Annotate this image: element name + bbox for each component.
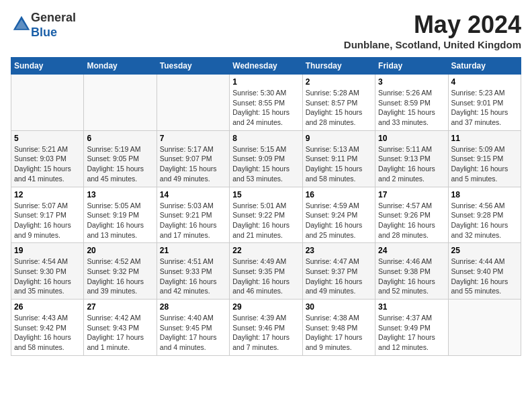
calendar-cell: 19Sunrise: 4:54 AMSunset: 9:30 PMDayligh… xyxy=(11,243,84,300)
location-title: Dunblane, Scotland, United Kingdom xyxy=(344,39,521,50)
calendar-cell: 17Sunrise: 4:57 AMSunset: 9:26 PMDayligh… xyxy=(375,187,448,243)
day-info: Sunrise: 5:28 AMSunset: 8:57 PMDaylight:… xyxy=(306,88,372,128)
day-info: Sunrise: 5:09 AMSunset: 9:15 PMDaylight:… xyxy=(451,144,518,184)
day-info: Sunrise: 5:15 AMSunset: 9:09 PMDaylight:… xyxy=(232,144,299,184)
calendar-week-row: 12Sunrise: 5:07 AMSunset: 9:17 PMDayligh… xyxy=(11,187,521,243)
calendar-cell: 9Sunrise: 5:13 AMSunset: 9:11 PMDaylight… xyxy=(302,130,375,187)
day-number: 1 xyxy=(232,77,299,87)
calendar-cell xyxy=(11,75,84,131)
day-number: 31 xyxy=(378,302,445,312)
day-info: Sunrise: 5:07 AMSunset: 9:17 PMDaylight:… xyxy=(14,201,81,240)
calendar-week-row: 1Sunrise: 5:30 AMSunset: 8:55 PMDaylight… xyxy=(11,75,521,131)
weekday-header-row: SundayMondayTuesdayWednesdayThursdayFrid… xyxy=(11,58,521,75)
day-number: 15 xyxy=(232,190,299,199)
weekday-header-cell: Wednesday xyxy=(230,58,302,75)
day-info: Sunrise: 5:23 AMSunset: 9:01 PMDaylight:… xyxy=(451,88,518,128)
day-info: Sunrise: 5:19 AMSunset: 9:05 PMDaylight:… xyxy=(87,144,153,184)
calendar-cell: 3Sunrise: 5:26 AMSunset: 8:59 PMDaylight… xyxy=(375,75,448,131)
day-info: Sunrise: 5:03 AMSunset: 9:21 PMDaylight:… xyxy=(160,201,226,240)
day-info: Sunrise: 4:52 AMSunset: 9:32 PMDaylight:… xyxy=(87,257,153,296)
day-number: 21 xyxy=(160,246,226,255)
day-number: 17 xyxy=(378,190,445,199)
day-number: 12 xyxy=(14,190,81,199)
calendar-cell: 10Sunrise: 5:11 AMSunset: 9:13 PMDayligh… xyxy=(375,130,448,187)
calendar-cell: 28Sunrise: 4:40 AMSunset: 9:45 PMDayligh… xyxy=(157,300,229,356)
day-info: Sunrise: 4:49 AMSunset: 9:35 PMDaylight:… xyxy=(232,257,299,296)
day-info: Sunrise: 4:46 AMSunset: 9:38 PMDaylight:… xyxy=(378,257,445,296)
logo-icon xyxy=(12,15,31,34)
day-number: 26 xyxy=(14,302,81,312)
calendar-cell xyxy=(157,75,229,131)
day-number: 7 xyxy=(160,134,226,143)
day-info: Sunrise: 5:13 AMSunset: 9:11 PMDaylight:… xyxy=(306,144,372,184)
logo-blue: Blue xyxy=(31,26,57,39)
day-info: Sunrise: 4:57 AMSunset: 9:26 PMDaylight:… xyxy=(378,201,445,240)
calendar-cell: 7Sunrise: 5:17 AMSunset: 9:07 PMDaylight… xyxy=(157,130,229,187)
month-title: May 2024 xyxy=(344,11,521,39)
day-number: 24 xyxy=(378,246,445,255)
day-info: Sunrise: 4:43 AMSunset: 9:42 PMDaylight:… xyxy=(14,313,81,353)
calendar-cell xyxy=(448,300,521,356)
day-info: Sunrise: 4:51 AMSunset: 9:33 PMDaylight:… xyxy=(160,257,226,296)
day-info: Sunrise: 4:40 AMSunset: 9:45 PMDaylight:… xyxy=(160,313,226,353)
day-info: Sunrise: 5:21 AMSunset: 9:03 PMDaylight:… xyxy=(14,144,81,184)
day-number: 22 xyxy=(232,246,299,255)
page-header: General Blue May 2024 Dunblane, Scotland… xyxy=(11,11,521,50)
calendar-cell: 8Sunrise: 5:15 AMSunset: 9:09 PMDaylight… xyxy=(230,130,302,187)
weekday-header-cell: Friday xyxy=(375,58,448,75)
weekday-header-cell: Saturday xyxy=(448,58,521,75)
day-number: 9 xyxy=(306,134,372,143)
day-number: 20 xyxy=(87,246,153,255)
calendar-cell: 12Sunrise: 5:07 AMSunset: 9:17 PMDayligh… xyxy=(11,187,84,243)
day-number: 27 xyxy=(87,302,153,312)
day-number: 6 xyxy=(87,134,153,143)
calendar-week-row: 26Sunrise: 4:43 AMSunset: 9:42 PMDayligh… xyxy=(11,300,521,356)
day-info: Sunrise: 5:11 AMSunset: 9:13 PMDaylight:… xyxy=(378,144,445,184)
day-number: 3 xyxy=(378,77,445,87)
day-number: 14 xyxy=(160,190,226,199)
calendar-cell: 4Sunrise: 5:23 AMSunset: 9:01 PMDaylight… xyxy=(448,75,521,131)
day-info: Sunrise: 5:17 AMSunset: 9:07 PMDaylight:… xyxy=(160,144,226,184)
day-number: 29 xyxy=(232,302,299,312)
day-number: 19 xyxy=(14,246,81,255)
calendar-cell: 23Sunrise: 4:47 AMSunset: 9:37 PMDayligh… xyxy=(302,243,375,300)
day-number: 10 xyxy=(378,134,445,143)
calendar-cell: 27Sunrise: 4:42 AMSunset: 9:43 PMDayligh… xyxy=(84,300,157,356)
logo-general: General xyxy=(31,11,76,24)
calendar-cell: 29Sunrise: 4:39 AMSunset: 9:46 PMDayligh… xyxy=(230,300,302,356)
calendar-cell: 25Sunrise: 4:44 AMSunset: 9:40 PMDayligh… xyxy=(448,243,521,300)
day-info: Sunrise: 4:38 AMSunset: 9:48 PMDaylight:… xyxy=(306,313,372,353)
day-number: 4 xyxy=(451,77,518,87)
day-number: 16 xyxy=(306,190,372,199)
day-info: Sunrise: 5:05 AMSunset: 9:19 PMDaylight:… xyxy=(87,201,153,240)
calendar-cell: 5Sunrise: 5:21 AMSunset: 9:03 PMDaylight… xyxy=(11,130,84,187)
weekday-header-cell: Monday xyxy=(84,58,157,75)
calendar-body: 1Sunrise: 5:30 AMSunset: 8:55 PMDaylight… xyxy=(11,75,521,356)
day-info: Sunrise: 4:42 AMSunset: 9:43 PMDaylight:… xyxy=(87,313,153,353)
calendar-cell: 1Sunrise: 5:30 AMSunset: 8:55 PMDaylight… xyxy=(230,75,302,131)
day-info: Sunrise: 4:59 AMSunset: 9:24 PMDaylight:… xyxy=(306,201,372,240)
calendar-cell: 18Sunrise: 4:56 AMSunset: 9:28 PMDayligh… xyxy=(448,187,521,243)
calendar-cell: 14Sunrise: 5:03 AMSunset: 9:21 PMDayligh… xyxy=(157,187,229,243)
calendar-cell: 16Sunrise: 4:59 AMSunset: 9:24 PMDayligh… xyxy=(302,187,375,243)
day-number: 28 xyxy=(160,302,226,312)
day-number: 5 xyxy=(14,134,81,143)
day-number: 23 xyxy=(306,246,372,255)
calendar-cell: 6Sunrise: 5:19 AMSunset: 9:05 PMDaylight… xyxy=(84,130,157,187)
calendar-week-row: 5Sunrise: 5:21 AMSunset: 9:03 PMDaylight… xyxy=(11,130,521,187)
logo: General Blue xyxy=(11,11,76,40)
day-info: Sunrise: 4:44 AMSunset: 9:40 PMDaylight:… xyxy=(451,257,518,296)
calendar-cell: 22Sunrise: 4:49 AMSunset: 9:35 PMDayligh… xyxy=(230,243,302,300)
day-info: Sunrise: 4:39 AMSunset: 9:46 PMDaylight:… xyxy=(232,313,299,353)
logo-text: General Blue xyxy=(31,11,76,40)
day-number: 30 xyxy=(306,302,372,312)
weekday-header-cell: Sunday xyxy=(11,58,84,75)
weekday-header-cell: Tuesday xyxy=(157,58,229,75)
day-number: 25 xyxy=(451,246,518,255)
calendar-cell: 2Sunrise: 5:28 AMSunset: 8:57 PMDaylight… xyxy=(302,75,375,131)
calendar-cell: 26Sunrise: 4:43 AMSunset: 9:42 PMDayligh… xyxy=(11,300,84,356)
day-info: Sunrise: 4:54 AMSunset: 9:30 PMDaylight:… xyxy=(14,257,81,296)
calendar-cell: 15Sunrise: 5:01 AMSunset: 9:22 PMDayligh… xyxy=(230,187,302,243)
day-number: 13 xyxy=(87,190,153,199)
calendar-cell: 30Sunrise: 4:38 AMSunset: 9:48 PMDayligh… xyxy=(302,300,375,356)
